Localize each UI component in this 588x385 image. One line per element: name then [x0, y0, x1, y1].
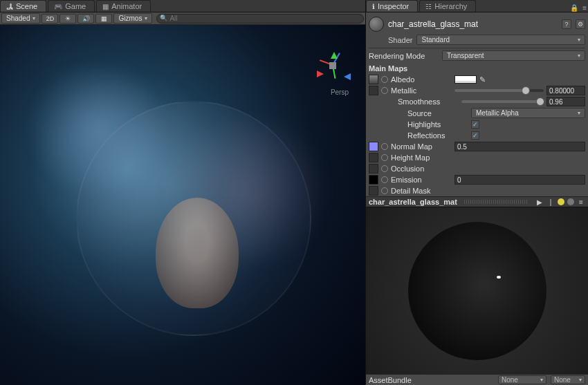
assetbundle-bar: AssetBundle None▾ None▾ [366, 374, 588, 385]
assetbundle-variant-dropdown[interactable]: None▾ [551, 375, 585, 384]
inspector-tabbar: ℹInspector ☷Hierarchy 🔒 ≡ [366, 0, 588, 12]
occlusion-label: Occlusion [391, 165, 454, 173]
tab-label: Animator [111, 2, 142, 10]
axis-y-cone [331, 48, 338, 59]
light-mode-icon[interactable] [558, 198, 564, 205]
tab-hierarchy[interactable]: ☷Hierarchy [419, 0, 476, 12]
material-preview[interactable] [366, 207, 588, 374]
axis-x-cone [317, 71, 327, 77]
metallic-value[interactable] [546, 86, 585, 95]
tab-label: Game [65, 2, 86, 10]
smoothness-label: Smoothness [398, 97, 461, 106]
shading-dropdown[interactable]: Shaded▾ [1, 13, 40, 24]
assetbundle-dropdown[interactable]: None▾ [498, 375, 546, 384]
gizmos-dropdown[interactable]: Gizmos▾ [113, 13, 152, 24]
highlights-checkbox[interactable]: ✓ [471, 120, 479, 129]
gear-icon[interactable]: ⚙ [576, 19, 585, 29]
metallic-slider[interactable] [454, 89, 544, 92]
metallic-toggle[interactable] [381, 87, 388, 94]
height-map-label: Height Map [391, 153, 454, 162]
game-icon: 🎮 [54, 3, 62, 10]
tab-inspector[interactable]: ℹInspector [366, 0, 418, 12]
shader-dropdown[interactable]: Standard▾ [416, 35, 585, 45]
material-thumbnail[interactable] [369, 17, 384, 32]
normal-map-toggle[interactable] [381, 143, 388, 150]
occlusion-texture-slot[interactable] [369, 164, 378, 173]
reference-button[interactable]: ? [562, 19, 571, 29]
reflections-label: Reflections [407, 131, 471, 140]
preview-header[interactable]: char_astrella_glass_mat ▶ | ≡ [366, 196, 588, 207]
scene-toolbar: Shaded▾ 2D ☀ 🔊 ▦ Gizmos▾ 🔍 [0, 12, 365, 25]
detail-mask-texture-slot[interactable] [369, 186, 378, 196]
orientation-gizmo[interactable] [311, 44, 353, 86]
tab-scene[interactable]: 🏞Scene [0, 0, 46, 12]
projection-label[interactable]: Persp [331, 88, 349, 96]
light-mode-2-icon[interactable] [567, 198, 574, 205]
albedo-label: Albedo [391, 75, 454, 84]
height-map-texture-slot[interactable] [369, 153, 378, 162]
albedo-texture-slot[interactable] [369, 75, 378, 84]
scene-helmet [76, 101, 311, 336]
smoothness-slider[interactable] [461, 100, 544, 103]
detail-mask-toggle[interactable] [381, 187, 388, 194]
chevron-down-icon: ▾ [578, 37, 580, 43]
tab-animator[interactable]: ▦Animator [96, 0, 151, 12]
specular-highlight [497, 276, 501, 279]
emission-texture-slot[interactable] [369, 175, 378, 185]
highlights-label: Highlights [407, 120, 471, 129]
height-map-toggle[interactable] [381, 154, 388, 161]
detail-mask-label: Detail Mask [391, 187, 454, 195]
scene-search[interactable]: 🔍 [156, 14, 364, 24]
scene-viewport[interactable]: Persp [0, 25, 365, 385]
divider [369, 48, 585, 48]
scene-search-input[interactable] [156, 14, 364, 24]
toggle-2d[interactable]: 2D [42, 14, 58, 24]
emission-label: Emission [391, 176, 454, 184]
chevron-down-icon: ▾ [33, 15, 35, 21]
slider-thumb[interactable] [536, 97, 544, 106]
lock-icon[interactable]: 🔒 [570, 4, 581, 12]
animator-icon: ▦ [102, 3, 109, 10]
normal-map-texture-slot[interactable] [369, 142, 378, 151]
smoothness-value[interactable] [546, 97, 585, 106]
reflections-checkbox[interactable]: ✓ [471, 131, 479, 140]
normal-map-value[interactable] [454, 142, 585, 151]
metallic-texture-slot[interactable] [369, 86, 378, 95]
tab-label: Inspector [378, 2, 409, 10]
tab-label: Hierarchy [434, 2, 467, 10]
source-dropdown[interactable]: Metallic Alpha▾ [471, 108, 585, 118]
inspector-icon: ℹ [372, 3, 375, 10]
toggle-audio[interactable]: 🔊 [77, 14, 94, 24]
hierarchy-icon: ☷ [425, 3, 432, 10]
toggle-lighting[interactable]: ☀ [59, 14, 76, 24]
emission-toggle[interactable] [381, 176, 388, 183]
toggle-fx[interactable]: ▦ [95, 14, 112, 24]
play-icon[interactable]: ▶ [535, 198, 544, 206]
slider-thumb[interactable] [522, 86, 530, 95]
albedo-toggle[interactable] [381, 76, 388, 83]
occlusion-toggle[interactable] [381, 165, 388, 172]
tab-game[interactable]: 🎮Game [48, 0, 95, 12]
search-icon: 🔍 [160, 15, 167, 21]
preview-menu-icon[interactable]: ≡ [577, 198, 585, 206]
axis-z-cone [340, 73, 351, 80]
normal-map-label: Normal Map [391, 142, 454, 151]
rendering-mode-label: Rendering Mode [369, 52, 442, 60]
chevron-down-icon: ▾ [540, 377, 543, 383]
panel-menu-icon[interactable]: ≡ [581, 4, 588, 12]
chevron-down-icon: ▾ [578, 53, 580, 59]
scene-icon: 🏞 [6, 3, 13, 10]
material-header: char_astrella_glass_mat ? ⚙ [369, 15, 585, 33]
audio-icon: 🔊 [82, 15, 90, 22]
source-label: Source [407, 109, 471, 118]
emission-value[interactable] [454, 175, 585, 185]
tab-label: Scene [16, 2, 37, 10]
eyedropper-icon[interactable]: ✎ [479, 75, 486, 84]
chevron-down-icon: ▾ [579, 377, 582, 383]
albedo-color[interactable] [454, 75, 477, 84]
drag-handle[interactable] [464, 200, 529, 204]
rendering-mode-dropdown[interactable]: Transparent▾ [442, 50, 585, 61]
sun-icon: ☀ [65, 15, 71, 22]
preview-sphere[interactable] [408, 222, 546, 360]
gizmo-center[interactable] [329, 62, 336, 69]
